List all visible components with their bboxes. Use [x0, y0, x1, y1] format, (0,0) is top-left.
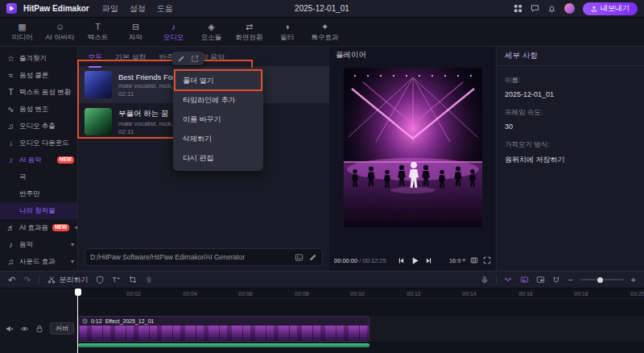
menu-item-delete[interactable]: 삭제하기	[173, 129, 263, 148]
tab-transition[interactable]: ⇄화면전환	[230, 22, 268, 43]
previous-frame-button[interactable]	[398, 257, 405, 264]
snap-icon[interactable]	[552, 276, 560, 284]
text-icon: T	[95, 22, 101, 31]
clip-duration: 0:12	[91, 318, 102, 324]
transition-icon: ⇄	[246, 22, 253, 31]
notification-icon[interactable]	[547, 4, 556, 13]
zoom-in-icon[interactable]: +	[631, 275, 636, 284]
sidebar-item-voice-clone[interactable]: ≈음성 클론	[0, 67, 77, 84]
app-window: HitPaw Edimakor 파일 설정 도움 2025-12-01_01 내…	[0, 0, 644, 353]
tab-subtitle[interactable]: ⊟자막	[117, 22, 155, 43]
mask-icon[interactable]	[96, 276, 104, 284]
fullscreen-icon[interactable]	[483, 256, 491, 264]
voice-changer-icon: ∿	[6, 105, 15, 114]
menu-settings[interactable]: 설정	[130, 3, 146, 15]
video-clip[interactable]: 0:12 Effect_2025_12_01	[78, 316, 369, 342]
playhead[interactable]	[77, 289, 78, 353]
chat-icon[interactable]	[530, 4, 539, 13]
microphone-icon[interactable]	[481, 276, 489, 284]
sidebar-item-favorites[interactable]: ☆즐겨찾기	[0, 50, 77, 67]
sidebar-item-audio-download[interactable]: ↓오디오 다운로드	[0, 135, 77, 152]
tab-filter[interactable]: ◑필터	[268, 22, 306, 43]
sidebar-item-music[interactable]: ♪음악▾	[0, 236, 77, 253]
menu-item-open-folder[interactable]: 폴더 열기	[173, 71, 263, 90]
menu-item-edit-again[interactable]: 다시 편집	[173, 148, 263, 168]
sidebar-item-song[interactable]: 곡	[0, 168, 77, 185]
audio-clip[interactable]	[78, 343, 369, 347]
zoom-slider[interactable]	[580, 279, 624, 280]
image-icon[interactable]	[295, 253, 303, 262]
open-external-icon[interactable]	[191, 55, 199, 63]
aspect-ratio-select[interactable]: 16:9▾	[449, 257, 465, 264]
tab-audio[interactable]: ♪오디오	[155, 22, 192, 43]
timeline: 커버 00:02 00:04 00:06 00:08 00:10 00:12 0…	[0, 289, 644, 353]
zoom-slider-thumb[interactable]	[597, 277, 603, 283]
sidebar-item-tts[interactable]: T텍스트 음성 변환	[0, 84, 77, 101]
sidebar-item-my-creations[interactable]: 나의 창작물	[0, 202, 77, 219]
lock-icon[interactable]	[35, 325, 43, 333]
waveform-icon: ≈	[6, 71, 15, 80]
add-text-icon[interactable]: T⁺	[112, 276, 120, 284]
pip-icon[interactable]	[536, 276, 545, 284]
detail-value-name: 2025-12-01_01	[505, 90, 636, 98]
cover-button[interactable]: 커버	[50, 322, 74, 334]
user-avatar[interactable]	[564, 3, 575, 14]
save-path-input[interactable]	[90, 253, 290, 261]
tab-effects[interactable]: ✦특수효과	[306, 22, 344, 43]
sidebar-item-ai-sfx[interactable]: ♬AI 효과음NEW▾	[0, 219, 77, 236]
denoise-icon[interactable]	[504, 276, 513, 284]
apps-grid-icon[interactable]	[514, 4, 522, 13]
delete-icon[interactable]	[145, 276, 153, 284]
audio-icon: ♪	[171, 22, 176, 31]
export-button[interactable]: 내보내기	[583, 2, 638, 15]
menu-file[interactable]: 파일	[102, 3, 118, 15]
media-icon: ▦	[18, 22, 26, 31]
crop-icon[interactable]	[129, 276, 137, 284]
safe-area-icon[interactable]	[470, 256, 478, 264]
timeline-ruler[interactable]: 00:02 00:04 00:06 00:08 00:10 00:12 00:1…	[78, 289, 644, 299]
subtitle-icon: ⊟	[132, 22, 139, 31]
music-icon: ♪	[6, 240, 15, 249]
zoom-out-icon[interactable]: −	[568, 275, 572, 284]
filter-icon: ◑	[284, 22, 290, 31]
tab-media[interactable]: ▦미디어	[3, 22, 41, 43]
ai-music-icon: ♪	[6, 156, 15, 164]
audio-extract-icon: ♫	[6, 122, 15, 131]
elements-icon: ◈	[208, 22, 214, 31]
auto-caption-icon[interactable]	[520, 276, 529, 284]
edit-pencil-icon[interactable]	[308, 253, 317, 262]
edit-icon[interactable]	[177, 55, 185, 63]
tts-icon: T	[6, 88, 15, 97]
chevron-down-icon: ▾	[462, 257, 465, 264]
sidebar-item-audio-extract[interactable]: ♫오디오 추출	[0, 118, 77, 135]
eye-icon[interactable]	[20, 325, 29, 333]
track-thumbnail	[85, 71, 112, 98]
library-tab-presets[interactable]: 기본 설정	[115, 52, 147, 64]
menu-item-add-to-timeline[interactable]: 타임라인에 추가	[173, 90, 263, 110]
menu-item-rename[interactable]: 이름 바꾸기	[173, 110, 263, 129]
sidebar-item-sound-effects[interactable]: ♫사운드 효과▾	[0, 253, 77, 270]
undo-icon[interactable]: ↶	[8, 275, 15, 285]
split-button[interactable]: 분리하기	[47, 275, 88, 285]
tab-ai-avatar[interactable]: ☺AI 아바타	[41, 22, 79, 43]
sidebar-item-voice-changer[interactable]: ∿음성 변조	[0, 101, 77, 118]
download-icon: ↓	[6, 139, 15, 147]
main-content: ☆즐겨찾기 ≈음성 클론 T텍스트 음성 변환 ∿음성 변조 ♫오디오 추출 ↓…	[0, 47, 644, 271]
menubar: 파일 설정 도움	[102, 3, 173, 15]
tab-text[interactable]: T텍스트	[79, 22, 117, 43]
sidebar-item-ai-music[interactable]: ♪AI 음악NEW	[0, 152, 77, 168]
library-filter-tabs: 모두 기본 설정 반주만 창작 음악	[78, 47, 329, 64]
menu-help[interactable]: 도움	[157, 3, 173, 15]
redo-icon[interactable]: ↷	[23, 275, 31, 285]
ai-sfx-icon: ♬	[6, 223, 15, 232]
project-name: 2025-12-01_01	[295, 4, 349, 13]
sidebar-item-instrumental[interactable]: 반주만	[0, 185, 77, 202]
detail-label-framerate: 프레임 속도:	[505, 108, 636, 118]
mute-track-icon[interactable]	[6, 325, 14, 333]
tab-elements[interactable]: ◈요소들	[192, 22, 230, 43]
play-button[interactable]	[411, 256, 419, 265]
next-frame-button[interactable]	[425, 257, 432, 264]
clip-filmstrip	[79, 326, 369, 342]
library-tab-all[interactable]: 모두	[88, 52, 102, 64]
item-quick-actions	[172, 52, 204, 65]
